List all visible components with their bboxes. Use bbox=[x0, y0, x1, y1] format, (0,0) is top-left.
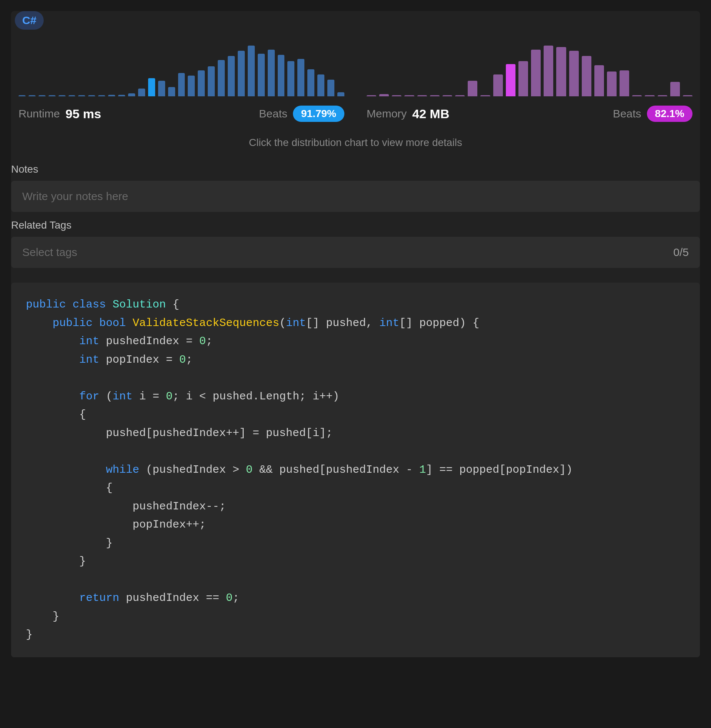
runtime-bar[interactable] bbox=[78, 95, 85, 96]
memory-bar[interactable] bbox=[670, 82, 680, 96]
runtime-bar[interactable] bbox=[49, 95, 56, 96]
memory-bar[interactable] bbox=[582, 56, 592, 96]
memory-bar[interactable] bbox=[367, 95, 376, 96]
runtime-bar[interactable] bbox=[297, 59, 304, 96]
runtime-bar[interactable] bbox=[198, 70, 205, 96]
submission-detail-container: C# Runtime 95 ms Beats 91.79% Memory 42 bbox=[11, 11, 700, 657]
runtime-bar[interactable] bbox=[168, 87, 175, 96]
memory-bar[interactable] bbox=[544, 46, 553, 96]
memory-bar[interactable] bbox=[506, 64, 515, 96]
runtime-bar[interactable] bbox=[98, 95, 105, 96]
runtime-distribution-chart[interactable] bbox=[19, 44, 344, 96]
runtime-value: 95 ms bbox=[66, 107, 101, 121]
language-badge: C# bbox=[15, 11, 44, 30]
runtime-bar[interactable] bbox=[38, 95, 46, 96]
charts-row: Runtime 95 ms Beats 91.79% Memory 42 MB … bbox=[11, 44, 700, 122]
memory-bar[interactable] bbox=[455, 95, 465, 96]
runtime-bar[interactable] bbox=[278, 55, 285, 96]
runtime-bar[interactable] bbox=[138, 89, 145, 96]
memory-value-group: Memory 42 MB bbox=[367, 107, 449, 121]
runtime-bar[interactable] bbox=[178, 73, 185, 96]
runtime-bar[interactable] bbox=[258, 54, 265, 96]
memory-bar[interactable] bbox=[430, 95, 440, 96]
notes-section-label: Notes bbox=[11, 163, 700, 175]
memory-chart-section: Memory 42 MB Beats 82.1% bbox=[367, 44, 692, 122]
memory-distribution-chart[interactable] bbox=[367, 44, 692, 96]
memory-bar[interactable] bbox=[556, 47, 566, 96]
memory-bar[interactable] bbox=[658, 95, 667, 96]
memory-label: Memory bbox=[367, 108, 407, 120]
runtime-bar[interactable] bbox=[307, 69, 314, 96]
runtime-bar[interactable] bbox=[19, 95, 25, 96]
runtime-beats-label: Beats bbox=[259, 108, 288, 120]
memory-bar[interactable] bbox=[468, 81, 477, 96]
memory-bar[interactable] bbox=[645, 95, 654, 96]
tags-select[interactable]: Select tags 0/5 bbox=[11, 237, 700, 268]
memory-stats: Memory 42 MB Beats 82.1% bbox=[367, 106, 692, 122]
runtime-bar[interactable] bbox=[208, 66, 215, 96]
memory-value: 42 MB bbox=[412, 107, 449, 121]
runtime-bar[interactable] bbox=[268, 50, 275, 96]
memory-beats-label: Beats bbox=[613, 108, 642, 120]
runtime-bar[interactable] bbox=[59, 95, 66, 96]
runtime-bar[interactable] bbox=[118, 95, 125, 96]
runtime-bar[interactable] bbox=[337, 92, 344, 96]
chart-hint-text: Click the distribution chart to view mor… bbox=[11, 137, 700, 149]
runtime-bar[interactable] bbox=[288, 61, 294, 96]
runtime-beats-badge: 91.79% bbox=[293, 106, 344, 122]
runtime-bar[interactable] bbox=[188, 75, 195, 96]
memory-bar[interactable] bbox=[379, 94, 389, 96]
memory-bar[interactable] bbox=[493, 74, 503, 96]
memory-bar[interactable] bbox=[443, 95, 452, 96]
runtime-bar[interactable] bbox=[88, 95, 95, 96]
runtime-bar[interactable] bbox=[218, 60, 225, 96]
runtime-bar[interactable] bbox=[148, 78, 155, 96]
memory-bar[interactable] bbox=[404, 95, 414, 96]
runtime-bar[interactable] bbox=[28, 95, 35, 96]
tags-count: 0/5 bbox=[673, 246, 689, 258]
memory-bar[interactable] bbox=[594, 65, 604, 96]
runtime-bar[interactable] bbox=[128, 93, 135, 96]
runtime-bar[interactable] bbox=[317, 74, 325, 96]
runtime-bar[interactable] bbox=[228, 56, 235, 96]
runtime-bar[interactable] bbox=[158, 81, 165, 96]
memory-bar[interactable] bbox=[531, 50, 541, 96]
runtime-beats-group: Beats 91.79% bbox=[259, 106, 344, 122]
memory-beats-badge: 82.1% bbox=[647, 106, 692, 122]
notes-input[interactable] bbox=[11, 181, 700, 212]
runtime-bar[interactable] bbox=[108, 95, 115, 96]
memory-bar[interactable] bbox=[607, 71, 617, 96]
memory-bar[interactable] bbox=[620, 70, 629, 96]
tags-section-label: Related Tags bbox=[11, 219, 700, 231]
memory-beats-group: Beats 82.1% bbox=[613, 106, 692, 122]
memory-bar[interactable] bbox=[392, 95, 401, 96]
memory-bar[interactable] bbox=[417, 95, 427, 96]
memory-bar[interactable] bbox=[569, 51, 579, 96]
memory-bar[interactable] bbox=[480, 95, 490, 96]
memory-bar[interactable] bbox=[518, 61, 528, 96]
tags-placeholder: Select tags bbox=[22, 246, 77, 258]
runtime-bar[interactable] bbox=[68, 95, 75, 96]
runtime-bar[interactable] bbox=[238, 51, 245, 96]
runtime-bar[interactable] bbox=[248, 46, 255, 96]
memory-bar[interactable] bbox=[683, 95, 692, 96]
code-block: public class Solution { public bool Vali… bbox=[11, 283, 700, 657]
memory-bar[interactable] bbox=[632, 95, 642, 96]
runtime-stats: Runtime 95 ms Beats 91.79% bbox=[19, 106, 344, 122]
runtime-bar[interactable] bbox=[327, 80, 334, 96]
runtime-chart-section: Runtime 95 ms Beats 91.79% bbox=[19, 44, 344, 122]
runtime-value-group: Runtime 95 ms bbox=[19, 107, 101, 121]
runtime-label: Runtime bbox=[19, 108, 60, 120]
